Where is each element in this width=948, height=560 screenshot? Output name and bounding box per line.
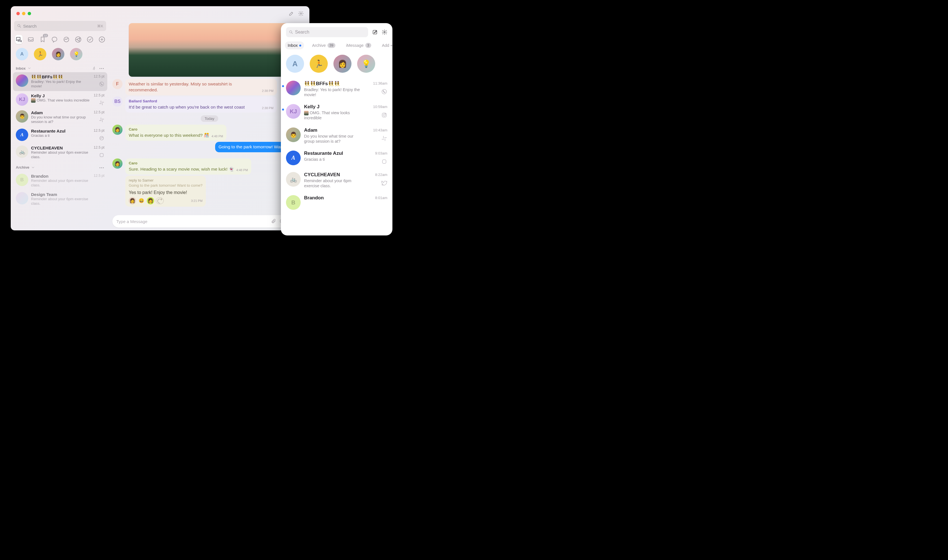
conversation-item[interactable]: 👯‍♀️👯‍♀️BFFs👯‍♀️👯‍♀️Bradley: Yes to park… <box>285 77 389 101</box>
avatar: KJ <box>286 104 301 119</box>
avatar: 👨 <box>16 110 28 123</box>
tab-imessage[interactable]: iMessage3 <box>343 41 374 50</box>
message-bubble[interactable]: reply to Samer Going to the park tomorro… <box>125 176 206 207</box>
sidebar: Search ⌘K 12 A 🏃 👩 💡 I <box>11 21 110 230</box>
avatar: B <box>286 195 301 210</box>
tab-add[interactable]: Add + <box>379 42 392 49</box>
window-zoom-button[interactable] <box>28 12 31 15</box>
avatar: 🚲 <box>16 146 28 158</box>
svg-point-23 <box>290 31 292 33</box>
mode-done[interactable] <box>86 35 94 44</box>
conversation-item[interactable]: B Brandon 8:01am <box>285 192 389 213</box>
avatar: A <box>16 129 28 141</box>
search-icon <box>289 30 293 34</box>
reaction-emoji[interactable]: 😄 <box>138 197 145 205</box>
search-field[interactable]: Search <box>286 27 368 37</box>
window-close-button[interactable] <box>16 12 20 15</box>
message-composer[interactable]: Type a Message GIF <box>112 215 307 228</box>
favorite-avatar[interactable]: A <box>16 48 28 60</box>
tab-inbox[interactable]: Inbox <box>285 42 304 49</box>
traffic-lights <box>16 12 31 15</box>
conversation-item[interactable]: KJ Kelly JOMG. That view looks incredibl… <box>285 101 389 124</box>
svg-rect-31 <box>383 160 386 163</box>
inbox-section-header[interactable]: Inbox ⋯ <box>13 64 107 72</box>
slack-icon <box>381 135 388 143</box>
mode-inbox[interactable] <box>27 35 34 44</box>
chevron-down-icon <box>31 166 35 169</box>
add-reaction-button[interactable] <box>156 197 164 204</box>
settings-gear-icon[interactable] <box>298 11 304 16</box>
search-placeholder: Search <box>23 24 97 28</box>
message-row: reply to Samer Going to the park tomorro… <box>112 176 307 207</box>
favorite-avatar[interactable]: 🏃 <box>310 55 328 73</box>
unread-dot <box>282 109 284 111</box>
tab-archive[interactable]: Archive39 <box>309 41 338 50</box>
conversation-item[interactable]: 👯‍♀️👯‍♀️BFFs👯‍♀️👯‍♀️ Bradley: Yes to par… <box>13 72 107 91</box>
avatar <box>16 192 28 205</box>
avatar <box>286 81 301 95</box>
message-list: F Weather is similar to yesterday. Misty… <box>110 21 309 214</box>
conversation-item[interactable]: A Restaurante AzulGracias a ti 9:03am <box>285 147 389 169</box>
instagram-icon <box>381 112 388 119</box>
mode-add[interactable] <box>98 35 106 44</box>
sweep-icon[interactable] <box>91 65 97 71</box>
favorite-avatar[interactable]: 💡 <box>357 55 375 73</box>
avatar: 👨 <box>286 128 301 142</box>
twitter-icon <box>381 180 388 187</box>
conversation-item[interactable]: 👨 Adam Do you know what time our group s… <box>13 108 107 127</box>
messenger-icon <box>99 135 105 142</box>
conversation-item[interactable]: 🚲 CYCLEHEAVEN Reminder about your 6pm ex… <box>13 143 107 162</box>
archive-section-header[interactable]: Archive ⋯ <box>13 163 107 171</box>
reaction-avatar[interactable]: 👩 <box>147 197 154 205</box>
window-minimize-button[interactable] <box>22 12 25 15</box>
svg-line-2 <box>20 26 21 27</box>
mode-chats[interactable] <box>15 35 23 44</box>
avatar: KJ <box>16 93 28 106</box>
mode-messenger[interactable] <box>63 35 70 44</box>
conversation-item[interactable]: B Brandon Reminder about your 6pm exerci… <box>13 171 107 190</box>
svg-point-29 <box>383 114 385 116</box>
thumbnail-icon <box>31 98 36 103</box>
message-bubble[interactable]: Ballard Sanford It'd be great to catch u… <box>125 97 277 112</box>
conversation-item[interactable]: 🚲 CYCLEHEAVENReminder about your 6pm exe… <box>285 169 389 192</box>
reaction-avatar[interactable]: 👩 <box>129 197 136 205</box>
mode-imessage[interactable] <box>51 35 58 44</box>
compose-icon[interactable] <box>289 11 294 16</box>
conversation-item[interactable]: 👨 AdamDo you know what time our group se… <box>285 124 389 147</box>
inbox-list: 👯‍♀️👯‍♀️BFFs👯‍♀️👯‍♀️ Bradley: Yes to par… <box>13 72 107 162</box>
more-icon[interactable]: ⋯ <box>99 165 105 170</box>
favorite-avatar[interactable]: 💡 <box>70 48 82 60</box>
whatsapp-icon <box>99 81 105 88</box>
search-field[interactable]: Search ⌘K <box>14 21 106 31</box>
conversation-list: 👯‍♀️👯‍♀️BFFs👯‍♀️👯‍♀️Bradley: Yes to park… <box>281 77 392 213</box>
message-bubble[interactable]: Weather is similar to yesterday. Misty s… <box>125 79 277 95</box>
attach-icon[interactable] <box>271 218 276 225</box>
search-icon <box>17 24 22 28</box>
message-row: BS Ballard Sanford It'd be great to catc… <box>112 97 307 112</box>
settings-gear-icon[interactable] <box>382 29 388 35</box>
imessage-icon <box>99 152 105 159</box>
favorite-avatar[interactable]: A <box>286 55 304 73</box>
mode-bookmarks[interactable]: 12 <box>39 35 46 44</box>
conversation-item[interactable]: A Restaurante Azul Gracias a ti 12.5 pt <box>13 126 107 143</box>
message-bubble[interactable]: Caro What is everyone up to this weekend… <box>125 125 226 141</box>
conversation-item[interactable]: KJ Kelly J OMG. That view looks incredib… <box>13 91 107 108</box>
mode-telegram[interactable] <box>74 35 82 44</box>
favorites-row: A 🏃 👩 💡 <box>13 47 107 64</box>
conversation-item[interactable]: Design Team Reminder about your 6pm exer… <box>13 190 107 208</box>
reactions: 👩 😄 👩 3:21 PM <box>129 197 202 205</box>
avatar: 👩 <box>112 125 122 135</box>
svg-line-24 <box>292 33 292 34</box>
tabs: Inbox Archive39 iMessage3 Add + <box>281 40 392 52</box>
favorite-avatar[interactable]: 👩 <box>52 48 64 60</box>
compose-icon[interactable] <box>372 29 378 35</box>
avatar <box>16 74 28 87</box>
more-icon[interactable]: ⋯ <box>99 65 105 71</box>
main-window: Search ⌘K 12 A 🏃 👩 💡 I <box>11 6 309 230</box>
image-message[interactable] <box>129 23 290 77</box>
mobile-window: Search Inbox Archive39 iMessage3 Add + A… <box>281 23 392 235</box>
favorite-avatar[interactable]: 🏃 <box>34 48 46 60</box>
message-bubble[interactable]: Caro Sure. Heading to a scary movie now,… <box>125 158 251 175</box>
search-placeholder: Search <box>295 29 309 35</box>
favorite-avatar[interactable]: 👩 <box>333 55 352 73</box>
